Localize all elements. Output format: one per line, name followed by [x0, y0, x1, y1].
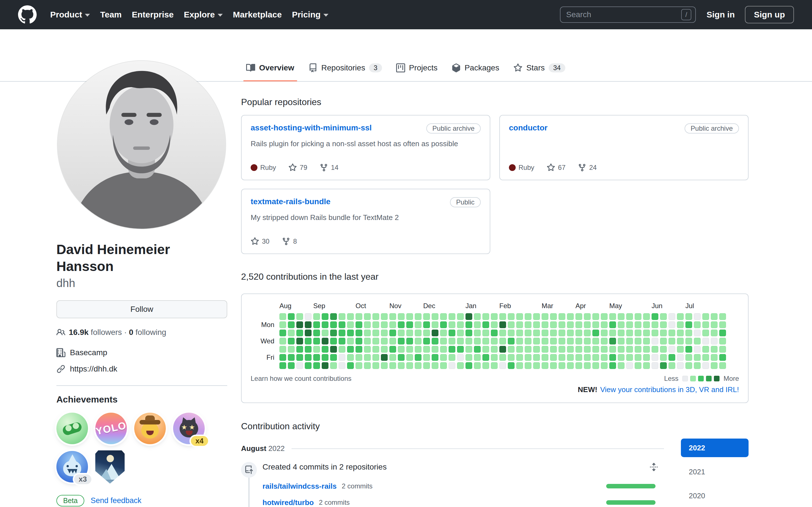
contribution-cell[interactable]	[491, 346, 498, 353]
contribution-cell[interactable]	[440, 338, 447, 344]
tab-projects[interactable]: Projects	[391, 55, 443, 81]
contribution-cell[interactable]	[711, 362, 718, 369]
contribution-cell[interactable]	[702, 362, 709, 369]
repo-forks[interactable]: 24	[578, 163, 597, 172]
contribution-cell[interactable]	[609, 362, 616, 369]
contribution-cell[interactable]	[660, 346, 667, 353]
contribution-cell[interactable]	[398, 354, 405, 361]
contribution-cell[interactable]	[652, 313, 658, 320]
contribution-cell[interactable]	[423, 338, 430, 344]
contribution-cell[interactable]	[516, 354, 523, 361]
contribution-cell[interactable]	[483, 346, 489, 353]
contribution-cell[interactable]	[280, 362, 286, 369]
contribution-cell[interactable]	[508, 346, 515, 353]
contribution-cell[interactable]	[313, 338, 320, 344]
contribution-cell[interactable]	[398, 313, 405, 320]
contribution-cell[interactable]	[668, 313, 675, 320]
contribution-cell[interactable]	[389, 362, 396, 369]
contribution-cell[interactable]	[381, 321, 388, 328]
contribution-cell[interactable]	[330, 362, 337, 369]
contribution-cell[interactable]	[508, 338, 515, 344]
contribution-cell[interactable]	[575, 313, 582, 320]
contribution-cell[interactable]	[499, 346, 506, 353]
contribution-cell[interactable]	[440, 362, 447, 369]
contribution-cell[interactable]	[643, 346, 650, 353]
contribution-cell[interactable]	[652, 338, 658, 344]
contribution-cell[interactable]	[533, 346, 540, 353]
contribution-cell[interactable]	[339, 362, 345, 369]
contribution-cell[interactable]	[635, 321, 642, 328]
contribution-cell[interactable]	[372, 362, 379, 369]
contribution-cell[interactable]	[533, 354, 540, 361]
repo-link[interactable]: textmate-rails-bundle	[251, 197, 331, 206]
contribution-cell[interactable]	[525, 330, 531, 336]
contribution-cell[interactable]	[465, 362, 472, 369]
contribution-cell[interactable]	[296, 354, 303, 361]
contribution-cell[interactable]	[575, 354, 582, 361]
repo-stars[interactable]: 30	[251, 237, 269, 245]
contribution-cell[interactable]	[474, 313, 481, 320]
contribution-cell[interactable]	[457, 313, 464, 320]
contribution-cell[interactable]	[719, 354, 726, 361]
nav-item-pricing[interactable]: Pricing	[288, 7, 333, 22]
contribution-cell[interactable]	[432, 362, 439, 369]
search-input[interactable]	[566, 10, 681, 19]
contribution-cell[interactable]	[457, 321, 464, 328]
contribution-cell[interactable]	[694, 354, 701, 361]
contribution-cell[interactable]	[432, 338, 439, 344]
contribution-cell[interactable]	[330, 313, 337, 320]
contribution-cell[interactable]	[668, 330, 675, 336]
contribution-cell[interactable]	[635, 338, 642, 344]
contribution-cell[interactable]	[356, 338, 362, 344]
contribution-cell[interactable]	[339, 321, 345, 328]
contribution-cell[interactable]	[491, 338, 498, 344]
contribution-cell[interactable]	[550, 362, 557, 369]
contribution-cell[interactable]	[406, 362, 413, 369]
contribution-cell[interactable]	[423, 330, 430, 336]
contribution-cell[interactable]	[483, 362, 489, 369]
contribution-cell[interactable]	[457, 338, 464, 344]
contribution-cell[interactable]	[288, 362, 295, 369]
contribution-cell[interactable]	[550, 330, 557, 336]
contribution-cell[interactable]	[280, 346, 286, 353]
contribution-cell[interactable]	[719, 338, 726, 344]
contribution-cell[interactable]	[643, 362, 650, 369]
contribution-cell[interactable]	[330, 338, 337, 344]
contribution-cell[interactable]	[322, 354, 328, 361]
contribution-cell[interactable]	[719, 362, 726, 369]
contribution-cell[interactable]	[339, 313, 345, 320]
contribution-cell[interactable]	[313, 330, 320, 336]
contribution-cell[interactable]	[643, 330, 650, 336]
contribution-cell[interactable]	[449, 338, 455, 344]
send-feedback-link[interactable]: Send feedback	[91, 496, 141, 505]
contribution-cell[interactable]	[719, 346, 726, 353]
contribution-cell[interactable]	[465, 346, 472, 353]
contribution-cell[interactable]	[313, 354, 320, 361]
contribution-cell[interactable]	[711, 354, 718, 361]
contribution-cell[interactable]	[719, 330, 726, 336]
contribution-cell[interactable]	[668, 321, 675, 328]
contribution-cell[interactable]	[694, 313, 701, 320]
contribution-cell[interactable]	[686, 321, 692, 328]
contribution-cell[interactable]	[449, 313, 455, 320]
contribution-cell[interactable]	[474, 321, 481, 328]
contribution-cell[interactable]	[347, 362, 354, 369]
contribution-cell[interactable]	[423, 321, 430, 328]
contribution-cell[interactable]	[618, 362, 624, 369]
contribution-cell[interactable]	[449, 321, 455, 328]
arctic-code-vault-badge[interactable]	[95, 450, 124, 484]
contribution-cell[interactable]	[491, 354, 498, 361]
contribution-cell[interactable]	[398, 346, 405, 353]
contribution-cell[interactable]	[559, 330, 565, 336]
contribution-cell[interactable]	[516, 313, 523, 320]
contribution-cell[interactable]	[702, 313, 709, 320]
contribution-cell[interactable]	[305, 354, 312, 361]
contribution-cell[interactable]	[643, 313, 650, 320]
contribution-cell[interactable]	[635, 354, 642, 361]
contribution-cell[interactable]	[372, 338, 379, 344]
contribution-cell[interactable]	[432, 346, 439, 353]
contribution-cell[interactable]	[668, 338, 675, 344]
contribution-cell[interactable]	[449, 346, 455, 353]
contribution-cell[interactable]	[372, 354, 379, 361]
contribution-cell[interactable]	[432, 321, 439, 328]
